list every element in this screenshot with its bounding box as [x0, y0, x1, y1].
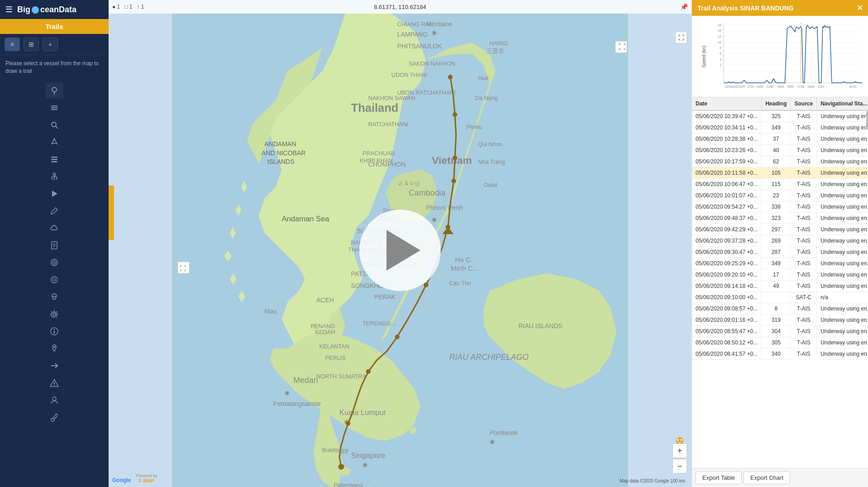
nav-icon-list[interactable] [45, 151, 63, 167]
table-row[interactable]: 05/06/2020 09:54:27 +0...338T-AISUnderwa… [692, 201, 868, 213]
google-logo: Google [112, 477, 131, 483]
table-body: 05/06/2020 10:39:47 +0...325T-AISUnderwa… [692, 110, 868, 360]
svg-text:PERLIS: PERLIS [325, 354, 345, 361]
indicator-arrow: ↑ 1 [137, 4, 144, 10]
trail-grid-button[interactable]: ⊞ [24, 38, 39, 51]
nav-icon-vessel[interactable] [45, 134, 63, 150]
table-row[interactable]: 05/06/2020 10:11:58 +0...105T-AISUnderwa… [692, 167, 868, 179]
table-row[interactable]: 05/06/2020 09:25:29 +0...349T-AISUnderwa… [692, 258, 868, 269]
cell-nav-status: Underway using en... [817, 258, 868, 269]
trail-add-button[interactable]: + [43, 38, 58, 51]
cell-source: T-AIS [791, 303, 817, 315]
table-row[interactable]: 05/06/2020 10:28:38 +0...37T-AISUnderway… [692, 134, 868, 145]
svg-text:00:00: 00:00 [849, 85, 856, 88]
nav-icon-pin[interactable] [45, 340, 63, 357]
trail-list-button[interactable]: ≡ [5, 38, 20, 51]
indicator-vessel: ● 1 [112, 4, 120, 10]
svg-text:Andaman Sea: Andaman Sea [282, 215, 330, 223]
nav-icon-warning[interactable] [45, 375, 63, 391]
zoom-in-button[interactable]: + [672, 444, 687, 458]
sidebar-header: ☰ BigceanData [0, 0, 109, 19]
map-topbar: ● 1 □ 1 ↑ 1 8.61371, 110.62184 📌 [109, 0, 692, 14]
svg-text:Nha Trang: Nha Trang [478, 158, 505, 165]
nav-icon-circle[interactable] [45, 272, 63, 288]
map-tile[interactable]: ANDAMAN AND NICOBAR ISLANDS Andaman Sea … [109, 14, 692, 487]
trails-header: Trails [0, 19, 109, 34]
nav-icon-layers[interactable] [45, 100, 63, 116]
export-chart-button[interactable]: Export Chart [744, 471, 790, 484]
svg-text:Qui Nhon: Qui Nhon [478, 141, 502, 148]
table-row[interactable]: 05/06/2020 09:01:16 +0...319T-AISUnderwa… [692, 315, 868, 326]
export-table-button[interactable]: Export Table [696, 471, 742, 484]
map-container[interactable]: ● 1 □ 1 ↑ 1 8.61371, 110.62184 📌 [109, 0, 692, 487]
nav-icon-user[interactable] [45, 392, 63, 408]
table-row[interactable]: 05/06/2020 09:42:29 +0...297T-AISUnderwa… [692, 224, 868, 235]
table-row[interactable]: 05/06/2020 09:08:57 +0...8T-AISUnderway … [692, 303, 868, 315]
cell-heading: 349 [762, 122, 791, 134]
cell-source: T-AIS [791, 326, 817, 337]
nav-icon-search[interactable] [45, 117, 63, 133]
table-row[interactable]: 05/06/2020 08:55:47 +0...304T-AISUnderwa… [692, 326, 868, 337]
play-button[interactable] [359, 210, 441, 291]
table-row[interactable]: 05/06/2020 10:23:26 +0...40T-AISUnderway… [692, 145, 868, 156]
svg-text:Cambodia: Cambodia [409, 188, 445, 197]
bookmark-icon[interactable]: 📌 [680, 3, 688, 10]
cell-source: T-AIS [791, 235, 817, 247]
table-row[interactable]: 05/06/2020 09:48:37 +0...323T-AISUnderwa… [692, 213, 868, 224]
svg-text:◉: ◉ [432, 216, 437, 223]
table-row[interactable]: 05/06/2020 09:14:18 +0...49T-AISUnderway… [692, 281, 868, 292]
right-panel-header: Trail Analysis SINAR BANDUNG ✕ [692, 0, 868, 16]
nav-icon-target[interactable] [45, 254, 63, 271]
data-table-container[interactable]: Date Heading Source Navigational Sta... … [692, 97, 868, 468]
nav-icon-cloud[interactable] [45, 220, 63, 236]
svg-text:29/05: 29/05 [756, 85, 763, 88]
svg-text:HAINO: HAINO [490, 40, 508, 47]
map-indicators: ● 1 □ 1 ↑ 1 [112, 4, 144, 10]
svg-point-24 [53, 296, 54, 297]
nav-icon-anchor[interactable] [45, 168, 63, 185]
cell-date: 05/06/2020 10:17:59 +0... [692, 156, 762, 167]
nav-icon-play[interactable] [45, 186, 63, 202]
map-expand-button[interactable]: ⛶ [675, 32, 687, 43]
table-row[interactable]: 05/06/2020 09:20:10 +0...17T-AISUnderway… [692, 269, 868, 281]
nav-icon-edit[interactable] [45, 203, 63, 219]
svg-point-34 [54, 385, 55, 386]
cell-source: T-AIS [791, 315, 817, 326]
cell-nav-status: Underway using en... [817, 281, 868, 292]
svg-rect-2 [51, 105, 57, 106]
cell-source: T-AIS [791, 167, 817, 179]
table-row[interactable]: 05/06/2020 10:17:59 +0...62T-AISUnderway… [692, 156, 868, 167]
nav-icon-skull[interactable] [45, 289, 63, 305]
cell-nav-status: Underway using en... [817, 349, 868, 360]
cell-source: T-AIS [791, 179, 817, 190]
nav-icon-settings[interactable] [45, 306, 63, 322]
table-row[interactable]: 05/06/2020 10:39:47 +0...325T-AISUnderwa… [692, 110, 868, 122]
cell-heading: 349 [762, 258, 791, 269]
nav-icon-info[interactable] [45, 323, 63, 339]
hamburger-icon[interactable]: ☰ [5, 5, 13, 14]
table-row[interactable]: 05/06/2020 09:10:00 +0...SAT-Cn/a [692, 292, 868, 303]
cell-nav-status: Underway using en... [817, 167, 868, 179]
table-row[interactable]: 05/06/2020 10:06:47 +0...115T-AISUnderwa… [692, 179, 868, 190]
table-row[interactable]: 05/06/2020 10:34:11 +0...349T-AISUnderwa… [692, 122, 868, 134]
nav-icon-arrow[interactable] [45, 358, 63, 374]
orange-strip[interactable] [109, 186, 114, 240]
cell-date: 05/06/2020 08:41:57 +0... [692, 349, 762, 360]
table-row[interactable]: 05/06/2020 08:41:57 +0...340T-AISUnderwa… [692, 349, 868, 360]
svg-point-0 [52, 87, 57, 92]
table-row[interactable]: 05/06/2020 09:30:47 +0...287T-AISUnderwa… [692, 247, 868, 258]
nav-icon-map[interactable] [45, 82, 63, 99]
svg-text:8: 8 [720, 46, 721, 50]
table-row[interactable]: 05/06/2020 08:50:12 +0...305T-AISUnderwa… [692, 337, 868, 349]
nav-icon-wrench[interactable] [45, 409, 63, 425]
table-row[interactable]: 05/06/2020 10:01:07 +0...23T-AISUnderway… [692, 190, 868, 201]
zoom-out-button[interactable]: − [672, 459, 687, 473]
svg-text:6: 6 [720, 51, 721, 56]
cell-source: T-AIS [791, 122, 817, 134]
svg-point-105 [448, 75, 453, 79]
svg-text:Medan: Medan [293, 376, 318, 385]
nav-icon-document[interactable] [45, 237, 63, 253]
svg-point-23 [53, 278, 56, 281]
panel-close-button[interactable]: ✕ [857, 4, 863, 12]
table-row[interactable]: 05/06/2020 09:37:28 +0...269T-AISUnderwa… [692, 235, 868, 247]
